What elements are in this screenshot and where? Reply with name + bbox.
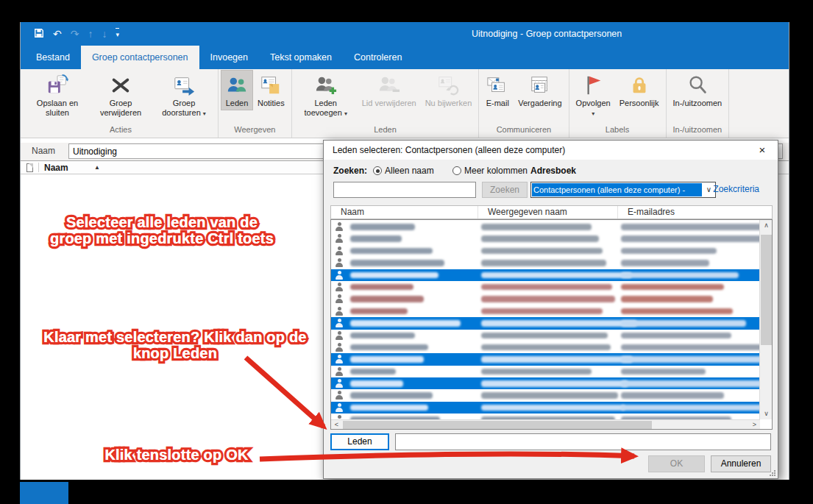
annotation-click-leden: Klaar met selecteren? Klik dan op de kno… (24, 329, 326, 361)
tab-invoegen[interactable]: Invoegen (199, 46, 259, 69)
button-label: Opvolgen▾ (576, 99, 611, 118)
members-icon (225, 74, 249, 97)
contact-row[interactable] (331, 353, 760, 365)
blurred-text (621, 356, 760, 363)
contact-row[interactable] (331, 233, 760, 244)
notes-button[interactable]: Notities (253, 70, 289, 110)
scroll-down-icon[interactable]: ∨ (760, 408, 773, 419)
forward-group-icon (172, 74, 196, 97)
button-label: Leden toevoegen ▾ (299, 99, 353, 118)
button-label: Notities (258, 99, 285, 108)
radio-alleen-naam[interactable]: Alleen naam (373, 166, 434, 176)
meeting-icon (528, 74, 552, 97)
scroll-up-icon[interactable]: ∧ (760, 220, 773, 231)
person-icon (335, 271, 344, 280)
lock-icon (628, 74, 651, 97)
person-icon (335, 294, 344, 303)
person-icon (335, 283, 344, 291)
contact-row[interactable] (331, 341, 760, 353)
horizontal-scrollbar[interactable]: < > (331, 419, 760, 429)
contact-row[interactable] (331, 245, 760, 257)
radio-meer-kolommen[interactable]: Meer kolommen (452, 166, 528, 176)
ribbon-group-weergeven: Leden Notities Weergeven (219, 69, 292, 138)
addressbook-dropdown[interactable]: Contactpersonen (alleen deze computer) -… (530, 182, 716, 198)
move-down-icon: ↓ (102, 29, 107, 39)
blurred-text (350, 248, 433, 255)
contact-row[interactable] (331, 269, 760, 281)
contact-row[interactable] (331, 305, 760, 317)
contact-row[interactable] (331, 317, 760, 329)
search-criteria-link[interactable]: Zoekcriteria (713, 184, 759, 194)
blurred-text (350, 380, 403, 387)
add-members-icon (314, 74, 338, 97)
name-column-header[interactable]: Naam (44, 163, 68, 173)
blurred-text (621, 369, 706, 375)
leden-button[interactable]: Leden (330, 433, 389, 450)
cancel-button[interactable]: Annuleren (711, 455, 771, 472)
dialog-title: Leden selecteren: Contactpersonen (allee… (333, 145, 565, 155)
tab-controleren[interactable]: Controleren (343, 46, 413, 69)
person-icon (335, 319, 344, 327)
contact-row[interactable] (331, 402, 760, 414)
close-icon[interactable]: × (751, 142, 773, 157)
delete-group-button[interactable]: Groep verwijderen (89, 70, 152, 120)
resize-grip[interactable] (770, 470, 775, 476)
undo-icon[interactable]: ↶ (53, 29, 62, 39)
dialog-title-bar[interactable]: Leden selecteren: Contactpersonen (allee… (324, 141, 778, 160)
ribbon-group-label: In-/uitzoomen (669, 124, 727, 137)
add-members-button[interactable]: Leden toevoegen ▾ (294, 70, 358, 120)
blurred-text (350, 296, 424, 302)
private-button[interactable]: Persoonlijk (615, 70, 664, 110)
search-controls-row: Zoeken Contactpersonen (alleen deze comp… (333, 182, 768, 198)
remove-member-button: Lid verwijderen (358, 70, 421, 110)
follow-up-button[interactable]: Opvolgen▾ (572, 70, 615, 120)
vertical-scrollbar[interactable]: ∧ ∨ (759, 220, 772, 419)
button-label: Groep doorsturen ▾ (157, 99, 211, 118)
contact-row[interactable] (331, 257, 760, 269)
save-icon[interactable] (34, 28, 44, 40)
column-header-emailadres[interactable]: E-mailadres (618, 206, 772, 219)
blurred-text (350, 284, 413, 291)
scroll-right-icon[interactable]: > (749, 420, 760, 430)
blurred-text (350, 308, 408, 315)
column-header-weergegeven-naam[interactable]: Weergegeven naam (478, 206, 618, 219)
save-and-close-button[interactable]: Opslaan en sluiten (26, 70, 89, 120)
email-button[interactable]: E-mail (481, 70, 514, 110)
update-now-button: Nu bijwerken (421, 70, 477, 110)
blurred-text (621, 272, 739, 279)
members-toggle-button[interactable]: Leden (221, 70, 253, 110)
contact-row[interactable] (331, 330, 760, 341)
column-header-naam[interactable]: Naam (331, 206, 478, 219)
meeting-button[interactable]: Vergadering (514, 70, 566, 110)
contact-row[interactable] (331, 377, 760, 389)
forward-group-button[interactable]: Groep doorsturen ▾ (152, 70, 216, 120)
person-icon (335, 343, 344, 352)
customize-qat-icon[interactable]: ▾ (116, 28, 119, 40)
person-icon (335, 367, 344, 376)
column-divider (38, 163, 39, 172)
contact-row[interactable] (331, 293, 760, 305)
blurred-text (621, 344, 760, 351)
tab-groep-contactpersonen[interactable]: Groep contactpersonen (81, 46, 199, 69)
person-icon (335, 331, 344, 340)
scrollbar-thumb[interactable] (343, 421, 652, 429)
tab-tekst-opmaken[interactable]: Tekst opmaken (259, 46, 343, 69)
blurred-text (481, 392, 618, 399)
dropdown-caret-icon: ▾ (203, 110, 206, 117)
tab-bestand[interactable]: Bestand (25, 46, 81, 69)
zoom-button[interactable]: In-/uitzoomen (669, 70, 727, 110)
contact-row[interactable] (331, 221, 760, 233)
search-input[interactable] (333, 182, 476, 198)
quick-access-toolbar: ↶ ↷ ↑ ↓ ▾ (34, 22, 119, 46)
scroll-left-icon[interactable]: < (331, 420, 342, 430)
members-input[interactable] (395, 433, 771, 450)
contact-row[interactable] (331, 414, 760, 419)
contact-row[interactable] (331, 281, 760, 293)
button-label: Leden (226, 99, 249, 108)
scrollbar-thumb[interactable] (761, 235, 772, 345)
radio-icon (373, 166, 382, 175)
blurred-text (621, 224, 760, 230)
title-bar: ↶ ↷ ↑ ↓ ▾ Uitnodiging - Groep contactper… (21, 22, 789, 46)
contact-row[interactable] (331, 366, 760, 377)
contact-row[interactable] (331, 389, 760, 401)
